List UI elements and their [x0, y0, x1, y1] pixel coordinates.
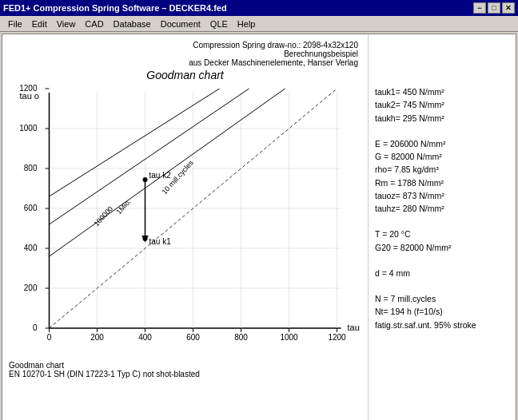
- fatig-value: fatig.str.saf.unt. 95% stroke: [375, 319, 509, 331]
- close-button[interactable]: ✕: [502, 2, 515, 14]
- Nt-value: Nt= 194 h (f=10/s): [375, 305, 509, 318]
- cycle-label-1mio: 1Mio.: [115, 197, 133, 216]
- temp-block: T = 20 °C G20 = 82000 N/mm²: [375, 228, 509, 254]
- taukh-value: taukh= 295 N/mm²: [375, 112, 509, 125]
- menu-edit[interactable]: Edit: [27, 18, 52, 30]
- menu-file[interactable]: File: [3, 18, 27, 30]
- E-value: E = 206000 N/mm²: [375, 137, 509, 150]
- maximize-button[interactable]: □: [488, 2, 500, 14]
- d-value: d = 4 mm: [375, 267, 509, 279]
- diameter-block: d = 4 mm: [375, 267, 509, 279]
- svg-text:600: 600: [24, 204, 38, 212]
- tauk1-value: tauk1= 450 N/mm²: [375, 85, 509, 98]
- x-axis-label: tau u: [348, 323, 362, 332]
- goodman-chart: tau o 0 200: [9, 85, 361, 356]
- svg-line-43: [50, 89, 249, 224]
- menu-document[interactable]: Document: [156, 18, 205, 30]
- svg-line-44: [50, 89, 220, 196]
- rho-value: rho= 7.85 kg/dm³: [375, 163, 509, 176]
- svg-text:0: 0: [47, 333, 52, 342]
- window-title: FED1+ Compression Spring Software – DECK…: [3, 3, 227, 13]
- bottom-description: Goodman chart EN 10270-1 SH (DIN 17223-1…: [9, 361, 361, 378]
- N-value: N = 7 mill.cycles: [375, 292, 509, 305]
- menu-qle[interactable]: QLE: [205, 18, 233, 30]
- svg-text:600: 600: [186, 333, 200, 342]
- desc2: aus Decker Maschinenelemente, Hanser Ver…: [189, 58, 358, 67]
- menu-database[interactable]: Database: [109, 18, 156, 30]
- tauk2-value: tauk2= 745 N/mm²: [375, 98, 509, 111]
- tauk-block: tauk1= 450 N/mm² tauk2= 745 N/mm² taukh=…: [375, 85, 509, 125]
- Rm-value: Rm = 1788 N/mm²: [375, 176, 509, 189]
- G20-value: G20 = 82000 N/mm²: [375, 241, 509, 254]
- tauoz-value: tauoz= 873 N/mm²: [375, 189, 509, 202]
- tauhz-value: tauhz= 280 N/mm²: [375, 202, 509, 215]
- chart-title: Goodman chart: [9, 69, 361, 81]
- T-value: T = 20 °C: [375, 228, 509, 240]
- menu-bar: File Edit View CAD Database Document QLE…: [0, 16, 518, 32]
- svg-text:1200: 1200: [19, 85, 38, 93]
- menu-help[interactable]: Help: [233, 18, 261, 30]
- tau-k1-label: tau k1: [149, 237, 172, 246]
- draw-info-block: [375, 39, 509, 79]
- svg-text:1000: 1000: [19, 124, 38, 133]
- chart-area: Compression Spring draw-no.: 2098-4x32x1…: [2, 34, 368, 420]
- menu-view[interactable]: View: [52, 18, 81, 30]
- svg-text:1000: 1000: [280, 333, 298, 342]
- cycles-block: N = 7 mill.cycles Nt= 194 h (f=10/s) fat…: [375, 292, 509, 331]
- svg-text:200: 200: [24, 283, 38, 292]
- svg-text:800: 800: [234, 333, 248, 342]
- material-block: E = 206000 N/mm² G = 82000 N/mm² rho= 7.…: [375, 137, 509, 216]
- cycle-label-100k: 100000: [93, 204, 115, 228]
- svg-point-48: [143, 236, 148, 241]
- svg-text:400: 400: [138, 333, 152, 342]
- svg-point-47: [143, 177, 148, 182]
- window-controls: − □ ✕: [473, 2, 515, 14]
- svg-text:400: 400: [24, 244, 38, 252]
- draw-no: Compression Spring draw-no.: 2098-4x32x1…: [193, 41, 358, 50]
- bottom-line1: Goodman chart: [9, 361, 361, 370]
- G-value: G = 82000 N/mm²: [375, 150, 509, 163]
- svg-text:800: 800: [24, 164, 38, 172]
- desc1: Berechnungsbeispiel: [284, 50, 358, 58]
- info-panel: tauk1= 450 N/mm² tauk2= 745 N/mm² taukh=…: [368, 34, 516, 420]
- menu-cad[interactable]: CAD: [80, 18, 108, 30]
- title-bar: FED1+ Compression Spring Software – DECK…: [0, 0, 518, 16]
- svg-text:0: 0: [33, 323, 38, 332]
- svg-text:1200: 1200: [328, 333, 346, 342]
- minimize-button[interactable]: −: [473, 2, 486, 14]
- svg-text:200: 200: [90, 333, 104, 342]
- main-window: Compression Spring draw-no.: 2098-4x32x1…: [2, 34, 516, 420]
- tau-k2-label: tau k2: [149, 171, 172, 180]
- bottom-line2: EN 10270-1 SH (DIN 17223-1 Typ C) not sh…: [9, 370, 361, 378]
